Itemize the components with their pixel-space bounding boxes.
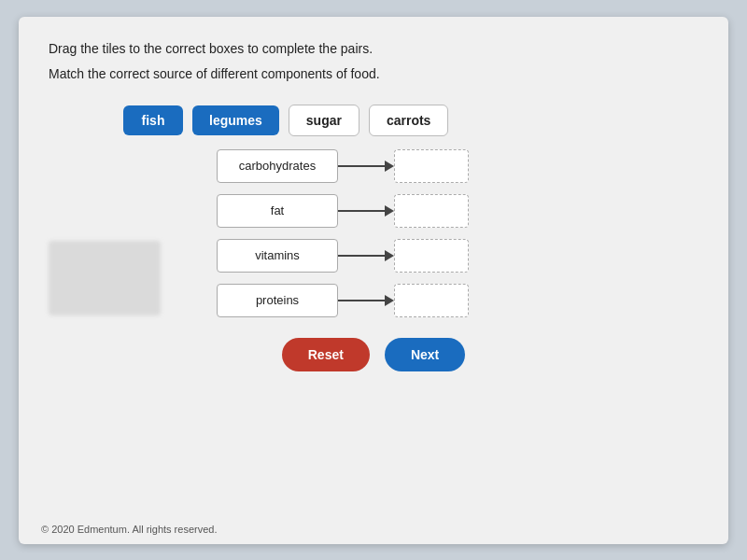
label-carbohydrates: carbohydrates [217,149,338,183]
footer-text: © 2020 Edmentum. All rights reserved. [41,524,217,535]
match-row-proteins: proteins [217,284,698,317]
label-proteins: proteins [217,284,338,317]
match-row-vitamins: vitamins [217,239,698,273]
buttons-row: Reset Next [49,338,698,371]
match-row-carbohydrates: carbohydrates [217,149,698,183]
drop-vitamins[interactable] [394,239,469,273]
tile-fish[interactable]: fish [123,105,183,135]
blurred-area [49,241,161,315]
instruction-line2: Match the correct source of different co… [49,64,698,84]
drop-fat[interactable] [394,194,469,228]
tile-legumes[interactable]: legumes [192,105,279,135]
instruction-line1: Drag the tiles to the correct boxes to c… [49,39,698,59]
next-button[interactable]: Next [385,338,465,371]
matching-area: carbohydrates fat vitamins proteins [217,149,698,317]
label-vitamins: vitamins [217,239,338,273]
drop-proteins[interactable] [394,284,469,317]
drop-carbohydrates[interactable] [394,149,469,183]
label-fat: fat [217,194,338,228]
match-row-fat: fat [217,194,698,228]
arrow-vitamins [338,250,394,261]
tile-sugar[interactable]: sugar [289,105,359,136]
tiles-row: fish legumes sugar carrots [123,105,698,136]
arrow-carbohydrates [338,161,394,172]
page-container: Drag the tiles to the correct boxes to c… [19,17,728,544]
arrow-fat [338,205,394,217]
arrow-proteins [338,295,394,306]
reset-button[interactable]: Reset [282,338,370,371]
tile-carrots[interactable]: carrots [369,105,448,136]
